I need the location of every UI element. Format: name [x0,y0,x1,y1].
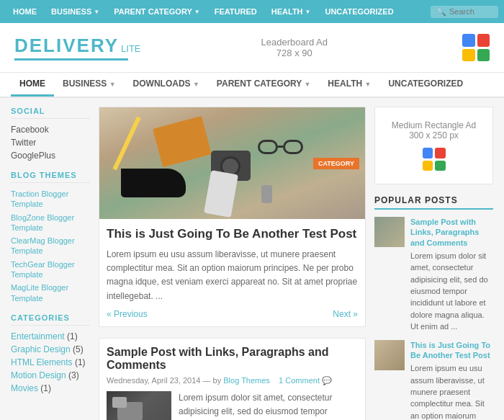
themes-title: BLOG THEMES [11,171,90,183]
cat-link-motion[interactable]: Motion Design [11,370,66,380]
post-2-meta: Wednesday, April 23, 2014 — by Blog Them… [107,376,358,385]
post-1-title[interactable]: This is Just Going To Be Another Test Po… [107,226,358,242]
content-area: CATEGORY This is Just Going To Be Anothe… [99,107,366,420]
popular-post-2-image [374,340,405,370]
search-box[interactable]: 🔍 [431,6,498,18]
logo-underline [14,58,128,61]
logo-text-delivery: DELIVERY [14,35,119,57]
logo-text-lite: LITE [121,43,140,54]
sidebar-link-facebook[interactable]: Facebook [11,123,90,136]
list-item: HTML Elements (1) [11,356,90,369]
topnav-item-business[interactable]: BUSINESS ▼ [44,0,107,23]
post-1-image: CATEGORY [99,107,365,219]
post-2: Sample Post with Links, Paragraphs and C… [99,338,366,420]
secnav-item-business[interactable]: BUSINESS ▼ [54,73,125,97]
header-ad: Leaderboard Ad 728 x 90 [261,37,328,58]
site-header: DELIVERY LITE Leaderboard Ad 728 x 90 [0,23,504,73]
cat-count: (3) [68,370,79,380]
sidebar-link-twitter[interactable]: Twitter [11,136,90,149]
topnav-item-health[interactable]: HEALTH ▼ [264,0,318,23]
right-sidebar: Medium Rectangle Ad 300 x 250 px POPULAR… [374,107,493,420]
secnav-item-health[interactable]: HEALTH ▼ [319,73,379,97]
popular-post-1-image [374,217,405,247]
cat-link-html[interactable]: HTML Elements [11,357,73,367]
theme-link-2[interactable]: ClearMag Blogger Template [11,234,90,258]
post-2-author[interactable]: Blog Themes [223,376,270,385]
post-2-comment-count[interactable]: 1 Comment [279,376,320,385]
cat-link-entertainment[interactable]: Entertainment [11,331,65,341]
popular-post-1-link[interactable]: Sample Post with Links, Paragraphs and C… [410,217,493,248]
popular-posts-title: POPULAR POSTS [374,195,493,210]
topnav-item-parent-category[interactable]: PARENT CATEGORY ▼ [107,0,207,23]
secnav-item-home[interactable]: HOME [11,73,54,97]
popular-post-1-text: Sample Post with Links, Paragraphs and C… [410,217,493,333]
secnav-item-parent-category[interactable]: PARENT CATEGORY ▼ [208,73,320,97]
topnav-item-featured[interactable]: FEATURED [207,0,264,23]
theme-link-4[interactable]: MagLite Blogger Template [11,281,90,305]
popular-post-2-text: This is Just Going To Be Another Test Po… [410,340,493,420]
categories-section: CATEGORIES Entertainment (1) Graphic Des… [11,313,90,395]
cat-link-graphic[interactable]: Graphic Design [11,344,71,354]
popular-post-2-link[interactable]: This is Just Going To Be Another Test Po… [410,340,493,361]
popular-post-1: Sample Post with Links, Paragraphs and C… [374,217,493,333]
google-logo-ad-icon [423,148,446,171]
social-section: SOCIAL Facebook Twitter GooglePlus [11,107,90,162]
post-1-nav: « Previous Next » [107,309,358,319]
theme-link-3[interactable]: TechGear Blogger Template [11,258,90,282]
cat-count: (1) [75,357,86,367]
cat-count: (1) [67,331,78,341]
left-sidebar: SOCIAL Facebook Twitter GooglePlus BLOG … [11,107,90,420]
header-ad-line2: 728 x 90 [261,48,328,58]
theme-link-1[interactable]: BlogZone Blogger Template [11,211,90,235]
site-logo: DELIVERY LITE [14,35,141,61]
themes-section: BLOG THEMES Traction Blogger Template Bl… [11,171,90,305]
list-item: Graphic Design (5) [11,343,90,356]
social-title: SOCIAL [11,107,90,119]
cat-link-movies[interactable]: Movies [11,383,38,393]
topnav-item-uncategorized[interactable]: UNCATEGORIZED [318,0,400,23]
sidebar-link-googleplus[interactable]: GooglePlus [11,149,90,162]
secondary-nav: HOME BUSINESS ▼ DOWNLOADS ▼ PARENT CATEG… [0,73,504,98]
list-item: Motion Design (3) [11,369,90,382]
popular-post-2: This is Just Going To Be Another Test Po… [374,340,493,420]
post-1-prev-link[interactable]: « Previous [107,309,148,319]
topnav-item-home[interactable]: HOME [6,0,44,23]
categories-title: CATEGORIES [11,313,90,326]
post-2-date: Wednesday, April 23, 2014 [107,376,200,385]
post-1-next-link[interactable]: Next » [333,309,358,319]
cat-count: (5) [73,344,84,354]
top-nav: HOME BUSINESS ▼ PARENT CATEGORY ▼ FEATUR… [0,0,504,23]
popular-post-2-excerpt: Lorem ipsum eu usu assum liberavisse, ut… [410,364,492,420]
popular-post-1-excerpt: Lorem ipsum dolor sit amet, consectetur … [410,251,488,331]
post-2-row: CREATIVEMESS Lorem ipsum dolor sit amet,… [107,391,358,420]
popular-posts-section: POPULAR POSTS Sample Post with Links, Pa… [374,195,493,420]
post-2-title[interactable]: Sample Post with Links, Paragraphs and C… [107,346,358,372]
theme-link-0[interactable]: Traction Blogger Template [11,187,90,211]
post-2-image: CREATIVEMESS [107,391,171,420]
header-ad-line1: Leaderboard Ad [261,37,328,48]
ad-text-line2: 300 x 250 px [382,130,485,140]
google-logo-icon [462,34,490,61]
cat-count: (1) [40,383,51,393]
category-badge: CATEGORY [313,158,359,169]
list-item: Entertainment (1) [11,330,90,343]
main-container: SOCIAL Facebook Twitter GooglePlus BLOG … [0,98,504,420]
list-item: Movies (1) [11,382,90,395]
search-input[interactable] [449,7,492,16]
search-icon: 🔍 [436,7,446,17]
post-1-excerpt: Lorem ipsum eu usu assum liberavisse, ut… [107,248,358,303]
secnav-item-downloads[interactable]: DOWNLOADS ▼ [125,73,208,97]
post-2-excerpt: Lorem ipsum dolor sit amet, consectetur … [179,391,358,420]
secnav-item-uncategorized[interactable]: UNCATEGORIZED [379,73,472,97]
post-1: CATEGORY This is Just Going To Be Anothe… [99,107,366,327]
ad-text-line1: Medium Rectangle Ad [382,120,485,130]
medium-rectangle-ad: Medium Rectangle Ad 300 x 250 px [374,107,493,184]
